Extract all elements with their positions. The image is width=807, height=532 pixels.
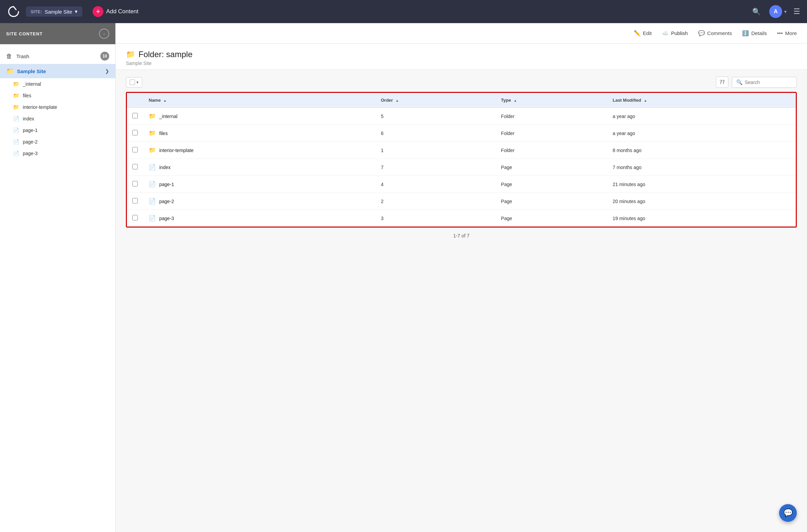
- sidebar-header: SITE CONTENT ‹: [0, 23, 115, 44]
- sidebar-item-trash[interactable]: 🗑 Trash 10: [0, 48, 115, 64]
- content-area: ✏️ Edit ☁️ Publish 💬 Comments ℹ️ Details…: [116, 23, 807, 532]
- details-icon: ℹ️: [742, 30, 749, 36]
- row-name-cell[interactable]: 📄 page-3: [143, 210, 375, 227]
- avatar-button[interactable]: A ▾: [769, 5, 787, 18]
- row-name-text: index: [159, 165, 170, 170]
- row-checkbox-3[interactable]: [132, 164, 138, 169]
- row-order-cell: 1: [375, 142, 495, 159]
- more-button[interactable]: ••• More: [777, 30, 797, 36]
- row-last-modified-cell: a year ago: [607, 108, 796, 125]
- row-name-cell[interactable]: 📁 _internal: [143, 108, 375, 125]
- folder-header: 📁 Folder: sample Sample Site: [116, 44, 807, 70]
- row-checkbox-1[interactable]: [132, 130, 138, 135]
- row-name-cell[interactable]: 📄 index: [143, 159, 375, 176]
- row-checkbox-cell: [127, 176, 143, 193]
- comments-button[interactable]: 💬 Comments: [698, 30, 732, 36]
- sidebar-sub-items: 📁 _internal 📁 files 📁 interior-template …: [0, 78, 115, 159]
- publish-icon: ☁️: [662, 30, 669, 36]
- details-button[interactable]: ℹ️ Details: [742, 30, 767, 36]
- folder-title: 📁 Folder: sample: [126, 50, 797, 59]
- site-selector[interactable]: SITE: Sample Site ▾: [26, 6, 82, 17]
- table-row: 📁 files 6 Folder a year ago: [127, 125, 796, 142]
- site-name: Sample Site: [45, 9, 72, 15]
- row-name-text: page-3: [159, 216, 174, 221]
- edit-button[interactable]: ✏️ Edit: [634, 30, 652, 36]
- main-layout: SITE CONTENT ‹ 🗑 Trash 10 📁 Sample Site …: [0, 23, 807, 532]
- site-label-prefix: SITE:: [31, 9, 42, 14]
- pagination: 1-7 of 7: [126, 228, 797, 244]
- page1-page-icon: 📄: [13, 127, 19, 133]
- files-folder-icon: 📁: [13, 93, 19, 99]
- internal-folder-icon: 📁: [13, 81, 19, 87]
- page-icon: 📄: [149, 215, 156, 222]
- row-name-cell[interactable]: 📄 page-2: [143, 193, 375, 210]
- row-checkbox-cell: [127, 210, 143, 227]
- search-input[interactable]: [745, 80, 792, 85]
- row-checkbox-4[interactable]: [132, 181, 138, 186]
- comments-icon: 💬: [698, 30, 705, 36]
- search-icon: 🔍: [736, 79, 743, 85]
- th-type[interactable]: Type ▲: [496, 93, 607, 108]
- page2-page-icon: 📄: [13, 139, 19, 145]
- th-last-modified-sort-icon: ▲: [644, 99, 647, 102]
- interior-template-label: interior-template: [23, 104, 57, 110]
- hamburger-menu-button[interactable]: ☰: [793, 7, 800, 16]
- row-name-cell[interactable]: 📁 interior-template: [143, 142, 375, 159]
- sidebar-sub-item-interior-template[interactable]: 📁 interior-template: [0, 101, 115, 113]
- top-nav: SITE: Sample Site ▾ + Add Content 🔍 A ▾ …: [0, 0, 807, 23]
- sidebar-sub-item-page2[interactable]: 📄 page-2: [0, 136, 115, 148]
- folder-title-icon: 📁: [126, 50, 135, 59]
- nav-right: 🔍 A ▾ ☰: [750, 5, 800, 18]
- row-name-cell[interactable]: 📁 files: [143, 125, 375, 142]
- grid-view-icon: ⁇: [720, 79, 725, 85]
- content-toolbar: ✏️ Edit ☁️ Publish 💬 Comments ℹ️ Details…: [116, 23, 807, 44]
- sidebar-sub-item-page3[interactable]: 📄 page-3: [0, 148, 115, 159]
- page3-page-icon: 📄: [13, 150, 19, 156]
- trash-icon: 🗑: [6, 53, 12, 60]
- sidebar-sub-item-page1[interactable]: 📄 page-1: [0, 124, 115, 136]
- row-type-cell: Page: [496, 210, 607, 227]
- grid-view-button[interactable]: ⁇: [716, 77, 728, 88]
- row-type-cell: Page: [496, 193, 607, 210]
- search-button[interactable]: 🔍: [750, 5, 762, 18]
- publish-button[interactable]: ☁️ Publish: [662, 30, 688, 36]
- files-label: files: [23, 93, 31, 98]
- row-type-cell: Page: [496, 159, 607, 176]
- table-row: 📁 _internal 5 Folder a year ago: [127, 108, 796, 125]
- row-checkbox-2[interactable]: [132, 147, 138, 152]
- row-name-cell[interactable]: 📄 page-1: [143, 176, 375, 193]
- row-name-text: interior-template: [159, 148, 194, 153]
- sidebar-sub-item-index[interactable]: 📄 index: [0, 113, 115, 124]
- avatar-letter: A: [774, 9, 778, 15]
- select-all-checkbox: [130, 80, 135, 85]
- chat-fab-button[interactable]: 💬: [779, 504, 797, 522]
- folder-title-text: Folder: sample: [138, 50, 193, 59]
- avatar-chevron-icon: ▾: [784, 9, 787, 14]
- table-row: 📄 page-1 4 Page 21 minutes ago: [127, 176, 796, 193]
- sidebar-sub-item-files[interactable]: 📁 files: [0, 90, 115, 101]
- sidebar-header-title: SITE CONTENT: [6, 31, 43, 36]
- select-all-button[interactable]: ▾: [126, 77, 142, 87]
- th-order[interactable]: Order ▲: [375, 93, 495, 108]
- row-type-cell: Folder: [496, 108, 607, 125]
- th-name[interactable]: Name ▲: [143, 93, 375, 108]
- sidebar-collapse-button[interactable]: ‹: [99, 29, 109, 39]
- th-name-sort-icon: ▲: [163, 99, 167, 102]
- row-checkbox-5[interactable]: [132, 198, 138, 203]
- row-checkbox-0[interactable]: [132, 113, 138, 118]
- sidebar-trash-left: 🗑 Trash: [6, 53, 29, 60]
- row-type-cell: Page: [496, 176, 607, 193]
- table-controls: ▾ ⁇ 🔍: [126, 77, 797, 88]
- sidebar-sub-item-internal[interactable]: 📁 _internal: [0, 78, 115, 90]
- search-icon: 🔍: [752, 7, 761, 16]
- th-last-modified[interactable]: Last Modified ▲: [607, 93, 796, 108]
- sidebar-item-sample-site[interactable]: 📁 Sample Site ❯: [0, 64, 115, 78]
- logo[interactable]: [7, 5, 20, 18]
- more-label: More: [785, 30, 797, 36]
- add-content-button[interactable]: + Add Content: [89, 4, 142, 19]
- search-input-wrap[interactable]: 🔍: [732, 77, 797, 88]
- row-checkbox-6[interactable]: [132, 215, 138, 220]
- row-last-modified-cell: 21 minutes ago: [607, 176, 796, 193]
- row-type-cell: Folder: [496, 142, 607, 159]
- row-last-modified-cell: 19 minutes ago: [607, 210, 796, 227]
